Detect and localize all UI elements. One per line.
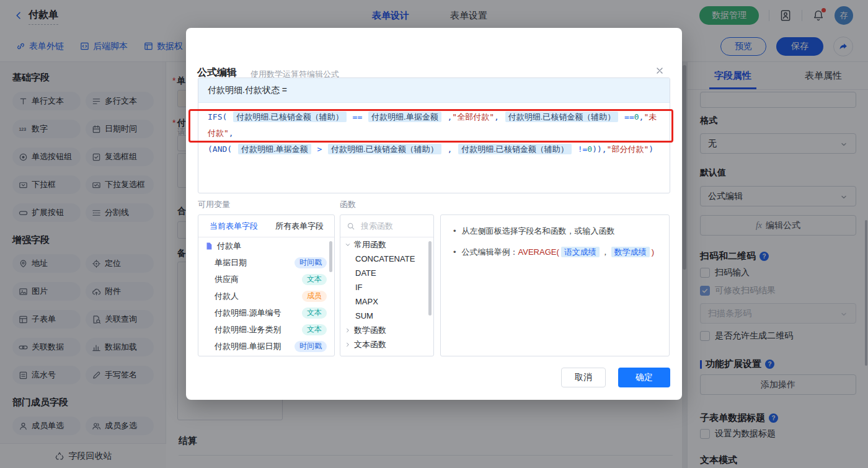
functions-scrollbar-thumb[interactable] xyxy=(428,241,432,316)
field-type-badge: 时间戳 xyxy=(294,341,327,352)
variable-row[interactable]: 付款明细.单据日期时间戳 xyxy=(198,338,334,355)
formula-token-num: 0 xyxy=(587,144,592,154)
function-row[interactable]: MAPX xyxy=(340,294,433,309)
variable-row[interactable]: 付款明细.业务类别文本 xyxy=(198,321,334,338)
formula-token-punct: )), xyxy=(592,144,606,154)
variables-label: 可用变量 xyxy=(198,199,230,210)
variable-row[interactable]: 付款明细.源单编号文本 xyxy=(198,304,334,321)
formula-token-field: 付款明细.单据金额 xyxy=(368,112,441,122)
field-type-badge: 成员 xyxy=(302,291,327,302)
formula-token-kw: (AND( xyxy=(208,144,237,154)
variables-tabs: 当前表单字段 所有表单字段 xyxy=(198,215,334,237)
variables-panel: 当前表单字段 所有表单字段 付款单单据日期时间戳供应商文本付款人成员付款明细.源… xyxy=(198,214,335,356)
example-field-chip: 语文成绩 xyxy=(561,247,600,257)
function-group-row[interactable]: 文本函数 xyxy=(340,337,433,351)
confirm-button[interactable]: 确定 xyxy=(618,368,670,387)
search-icon xyxy=(347,222,355,231)
function-group-row[interactable]: 数学函数 xyxy=(340,323,433,337)
formula-token-str: "部分付款" xyxy=(607,144,649,154)
formula-token-field: 付款明细.单据金额 xyxy=(238,144,311,154)
formula-input[interactable]: IFS( 付款明细.已核销金额（辅助） == 付款明细.单据金额 ,"全部付款"… xyxy=(198,103,670,164)
formula-token-str: "全部付款" xyxy=(452,112,494,121)
cancel-button[interactable]: 取消 xyxy=(561,368,606,387)
function-row[interactable]: IF xyxy=(340,280,433,294)
chevdown-icon xyxy=(344,241,352,249)
function-search xyxy=(340,215,433,237)
help-tip: •从左侧面板选择字段名和函数，或输入函数 xyxy=(453,225,657,237)
example-field-chip: 数学成绩 xyxy=(611,247,650,257)
formula-token-kw: IFS( xyxy=(208,112,232,121)
formula-editor: 付款明细.付款状态 = IFS( 付款明细.已核销金额（辅助） == 付款明细.… xyxy=(198,77,670,193)
tab-all-form-fields[interactable]: 所有表单字段 xyxy=(275,221,324,232)
formula-token-num: 0 xyxy=(634,112,639,121)
help-example: •公式编辑举例：AVERAGE(语文成绩，数学成绩) xyxy=(453,246,657,258)
formula-token-punct: , xyxy=(443,144,457,154)
field-type-badge: 文本 xyxy=(302,274,327,285)
formula-token-punct: ) xyxy=(649,144,653,154)
close-icon xyxy=(655,66,665,76)
variable-row[interactable]: 付款人成员 xyxy=(198,288,334,304)
variable-root-row[interactable]: 付款单 xyxy=(198,237,334,254)
formula-token-op: == xyxy=(348,112,367,121)
tab-current-form-fields[interactable]: 当前表单字段 xyxy=(210,221,258,232)
formula-token-op: > xyxy=(312,144,327,154)
formula-token-field: 付款明细.已核销金额（辅助） xyxy=(505,112,619,122)
function-group-row[interactable]: 常用函数 xyxy=(340,237,433,252)
function-row[interactable]: SUM xyxy=(340,309,433,323)
chevright-icon xyxy=(344,327,352,334)
function-row[interactable]: CONCATENATE xyxy=(340,252,433,266)
field-type-badge: 时间戳 xyxy=(294,257,327,268)
formula-editor-modal: 公式编辑 使用数学运算符编辑公式 付款明细.付款状态 = IFS( 付款明细.已… xyxy=(186,28,682,400)
field-type-badge: 文本 xyxy=(302,307,327,319)
form-builder-app: 付款单 表单设计 表单设置 数据管理 存 表单外链后端脚本数据权 预览 保存 基… xyxy=(0,0,868,468)
formula-help-panel: •从左侧面板选择字段名和函数，或输入函数 •公式编辑举例：AVERAGE(语文成… xyxy=(440,214,670,356)
formula-token-op: == xyxy=(619,112,634,121)
formula-token-field: 付款明细.已核销金额（辅助） xyxy=(458,144,572,154)
field-type-badge: 文本 xyxy=(302,324,327,335)
chevright-icon xyxy=(344,341,352,348)
example-function: AVERAGE( xyxy=(518,247,559,257)
variable-row[interactable]: 单据日期时间戳 xyxy=(198,254,334,271)
function-search-input[interactable] xyxy=(360,221,415,231)
formula-target: 付款明细.付款状态 = xyxy=(198,78,670,103)
variable-row[interactable]: 供应商文本 xyxy=(198,271,334,288)
doc-icon xyxy=(205,242,213,250)
close-button[interactable] xyxy=(655,65,665,76)
function-row[interactable]: DATE xyxy=(340,266,433,280)
formula-token-field: 付款明细.已核销金额（辅助） xyxy=(328,144,441,154)
functions-label: 函数 xyxy=(340,199,356,210)
functions-panel: 常用函数CONCATENATEDATEIFMAPXSUM数学函数文本函数 xyxy=(340,214,434,356)
formula-token-punct: , xyxy=(494,112,504,121)
formula-token-punct: , xyxy=(443,112,453,121)
formula-token-punct: , xyxy=(229,128,234,138)
formula-token-op: != xyxy=(573,144,587,154)
formula-line: (AND( 付款明细.单据金额 > 付款明细.已核销金额（辅助） , 付款明细.… xyxy=(208,141,660,157)
variables-scrollbar-thumb[interactable] xyxy=(329,241,332,272)
formula-token-field: 付款明细.已核销金额（辅助） xyxy=(233,112,347,122)
formula-line: IFS( 付款明细.已核销金额（辅助） == 付款明细.单据金额 ,"全部付款"… xyxy=(208,109,660,141)
